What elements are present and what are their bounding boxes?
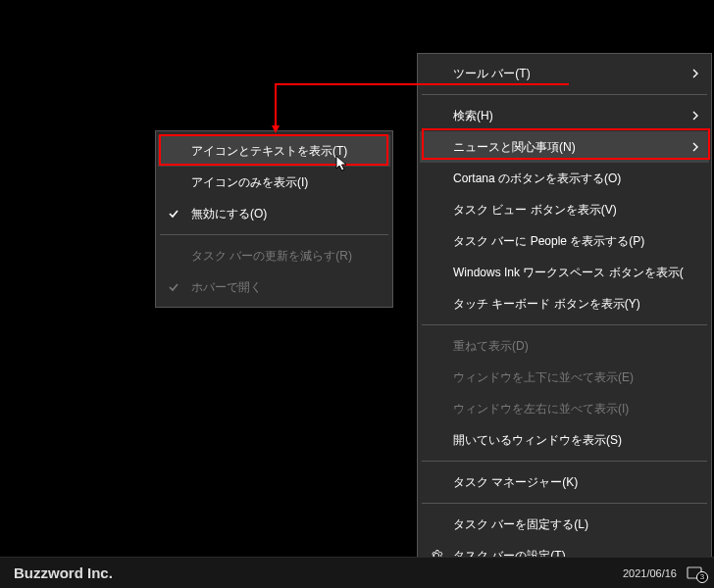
footer-bar: Buzzword Inc. 2021/06/16 3: [0, 557, 714, 588]
menu-item-task-view-button[interactable]: タスク ビュー ボタンを表示(V): [420, 194, 709, 225]
chevron-right-icon: [691, 142, 699, 152]
clock-date[interactable]: 2021/06/16: [623, 567, 677, 579]
menu-item-show-open-windows[interactable]: 開いているウィンドウを表示(S): [420, 424, 709, 456]
menu-item-windows-ink[interactable]: Windows Ink ワークスペース ボタンを表示(W): [420, 257, 709, 288]
menu-item-label: アイコンとテキストを表示(T): [191, 143, 365, 160]
menu-item-touch-keyboard[interactable]: タッチ キーボード ボタンを表示(Y): [420, 288, 709, 319]
menu-item-stack-windows: ウィンドウを上下に並べて表示(E): [420, 362, 709, 393]
menu-item-label: 開いているウィンドウを表示(S): [453, 432, 684, 449]
menu-item-label: ニュースと関心事項(N): [453, 139, 684, 156]
taskbar-context-menu: ツール バー(T) 検索(H) ニュースと関心事項(N) Cortana のボタ…: [417, 53, 712, 576]
menu-item-label: タスク バーを固定する(L): [453, 516, 684, 533]
submenu-item-open-on-hover: ホバーで開く: [158, 271, 390, 303]
news-interests-submenu: アイコンとテキストを表示(T) アイコンのみを表示(I) 無効にする(O) タス…: [155, 130, 393, 308]
chevron-right-icon: [691, 69, 699, 78]
separator: [422, 94, 707, 95]
check-icon: [168, 208, 179, 220]
menu-item-task-manager[interactable]: タスク マネージャー(K): [420, 466, 709, 498]
separator: [422, 503, 707, 504]
notification-tray-icon[interactable]: 3: [687, 565, 704, 581]
menu-item-label: タスク ビュー ボタンを表示(V): [453, 202, 684, 219]
separator: [160, 234, 388, 235]
notification-count-badge: 3: [696, 571, 708, 583]
menu-item-label: Windows Ink ワークスペース ボタンを表示(W): [453, 265, 684, 281]
menu-item-label: タスク バーに People を表示する(P): [453, 233, 684, 250]
menu-item-lock-taskbar[interactable]: タスク バーを固定する(L): [420, 509, 709, 540]
menu-item-label: タスク バーの更新を減らす(R): [191, 248, 365, 265]
brand-label: Buzzword Inc.: [0, 564, 623, 581]
chevron-right-icon: [691, 111, 699, 121]
menu-item-label: ツール バー(T): [453, 66, 684, 82]
separator: [422, 461, 707, 462]
submenu-item-turn-off[interactable]: 無効にする(O): [158, 198, 390, 229]
menu-item-label: ウィンドウを上下に並べて表示(E): [453, 369, 684, 386]
menu-item-news-interests[interactable]: ニュースと関心事項(N): [420, 131, 709, 163]
menu-item-side-by-side: ウィンドウを左右に並べて表示(I): [420, 393, 709, 424]
menu-item-cortana-button[interactable]: Cortana のボタンを表示する(O): [420, 163, 709, 194]
menu-item-cascade-windows: 重ねて表示(D): [420, 330, 709, 362]
menu-item-search[interactable]: 検索(H): [420, 100, 709, 131]
separator: [422, 324, 707, 325]
annotation-arrow: [275, 83, 277, 129]
menu-item-toolbars[interactable]: ツール バー(T): [420, 58, 709, 89]
check-icon: [168, 281, 179, 293]
menu-item-label: アイコンのみを表示(I): [191, 174, 365, 191]
menu-item-label: ウィンドウを左右に並べて表示(I): [453, 401, 684, 417]
menu-item-label: タッチ キーボード ボタンを表示(Y): [453, 296, 684, 313]
submenu-item-reduce-updates: タスク バーの更新を減らす(R): [158, 240, 390, 271]
menu-item-label: Cortana のボタンを表示する(O): [453, 171, 684, 187]
submenu-item-icon-only[interactable]: アイコンのみを表示(I): [158, 167, 390, 198]
menu-item-label: 重ねて表示(D): [453, 338, 684, 355]
submenu-item-icon-and-text[interactable]: アイコンとテキストを表示(T): [158, 135, 390, 167]
menu-item-label: ホバーで開く: [191, 279, 365, 296]
menu-item-label: 検索(H): [453, 108, 684, 124]
menu-item-label: 無効にする(O): [191, 206, 365, 222]
menu-item-label: タスク マネージャー(K): [453, 474, 684, 491]
menu-item-people-button[interactable]: タスク バーに People を表示する(P): [420, 225, 709, 257]
